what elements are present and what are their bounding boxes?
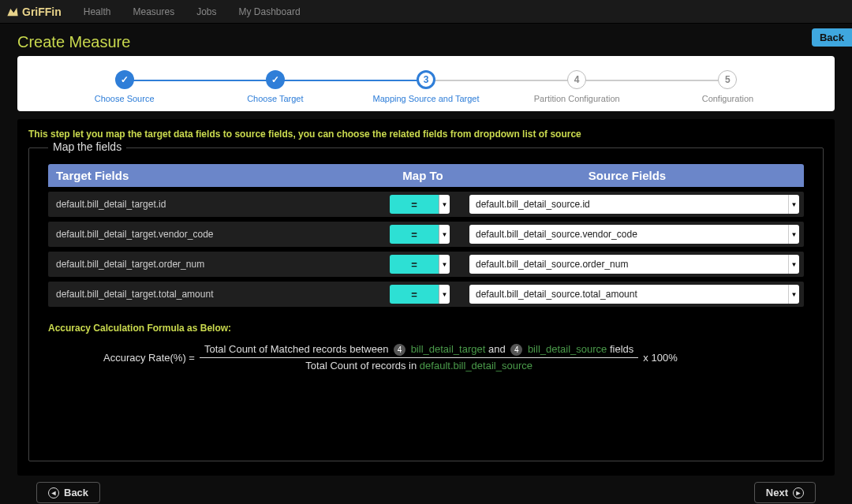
back-pill-button[interactable]: Back: [812, 28, 852, 47]
chevron-down-icon: ▼: [788, 225, 799, 244]
target-field: default.bill_detail_target.id: [53, 199, 384, 210]
step-3-circle: 3: [417, 70, 435, 89]
chevron-down-icon: ▼: [439, 225, 450, 244]
footer-buttons: ◄ Back Next ►: [17, 476, 835, 503]
formula-lhs: Accuracy Rate(%) =: [103, 352, 195, 364]
step-2-circle: ✓: [266, 70, 285, 89]
table-row: default.bill_detail_target.total_amount …: [48, 282, 804, 307]
step-4-label: Partition Configuration: [534, 94, 620, 103]
count-badge: 4: [510, 344, 522, 356]
nav-health[interactable]: Health: [84, 6, 111, 17]
header-map: Map To: [387, 169, 458, 182]
source-select[interactable]: default.bill_detail_source.vendor_code ▼: [469, 225, 799, 244]
stepper: ✓ Choose Source ✓ Choose Target 3 Mappin…: [17, 56, 835, 111]
target-field: default.bill_detail_target.order_num: [53, 259, 384, 270]
next-button[interactable]: Next ►: [754, 482, 816, 503]
table-header: Target Fields Map To Source Fields: [48, 164, 804, 187]
brand: GriFFin: [6, 6, 62, 18]
header-source: Source Fields: [458, 169, 796, 182]
step-3-label: Mapping Source and Target: [373, 94, 480, 103]
nav-measures[interactable]: Measures: [133, 6, 174, 17]
step-4-circle: 4: [567, 70, 586, 89]
nav-dashboard[interactable]: My Dashboard: [239, 6, 301, 17]
operator-select[interactable]: = ▼: [390, 255, 450, 274]
top-nav: GriFFin Health Measures Jobs My Dashboar…: [0, 0, 852, 24]
mapping-panel: This step let you map the target data fi…: [17, 119, 835, 476]
step-5-label: Configuration: [702, 94, 753, 103]
step-1-label: Choose Source: [95, 94, 155, 103]
step-2-label: Choose Target: [247, 94, 303, 103]
target-field: default.bill_detail_target.total_amount: [53, 289, 384, 300]
table-row: default.bill_detail_target.order_num = ▼…: [48, 252, 804, 277]
table-row: default.bill_detail_target.vendor_code =…: [48, 222, 804, 247]
chevron-down-icon: ▼: [439, 255, 450, 274]
table-row: default.bill_detail_target.id = ▼ defaul…: [48, 192, 804, 217]
step-3[interactable]: 3 Mapping Source and Target: [350, 70, 501, 103]
nav-jobs[interactable]: Jobs: [196, 6, 216, 17]
step-5-circle: 5: [718, 70, 737, 89]
operator-select[interactable]: = ▼: [390, 225, 450, 244]
count-badge: 4: [394, 344, 405, 356]
formula: Accuracy Rate(%) = Total Count of Matche…: [48, 342, 804, 373]
header-target: Target Fields: [56, 169, 387, 182]
target-field: default.bill_detail_target.vendor_code: [53, 229, 384, 240]
source-select[interactable]: default.bill_detail_source.id ▼: [469, 195, 799, 214]
griffin-logo-icon: [6, 6, 19, 18]
formula-title: Accuracy Calculation Formula as Below:: [48, 323, 804, 334]
chevron-down-icon: ▼: [439, 195, 450, 214]
step-2[interactable]: ✓ Choose Target: [200, 70, 350, 103]
chevron-down-icon: ▼: [788, 255, 799, 274]
back-button[interactable]: ◄ Back: [36, 482, 100, 503]
arrow-right-icon: ►: [793, 487, 804, 498]
source-select[interactable]: default.bill_detail_source.total_amount …: [469, 285, 799, 304]
chevron-down-icon: ▼: [788, 285, 799, 304]
chevron-down-icon: ▼: [788, 195, 799, 214]
step-4[interactable]: 4 Partition Configuration: [502, 70, 652, 103]
brand-text: GriFFin: [22, 6, 62, 18]
chevron-down-icon: ▼: [439, 285, 450, 304]
fieldset-legend: Map the fields: [48, 140, 126, 153]
step-1[interactable]: ✓ Choose Source: [49, 70, 200, 103]
arrow-left-icon: ◄: [48, 487, 59, 498]
page-title: Create Measure: [17, 33, 835, 51]
operator-select[interactable]: = ▼: [390, 195, 450, 214]
step-1-circle: ✓: [115, 70, 134, 89]
source-select[interactable]: default.bill_detail_source.order_num ▼: [469, 255, 799, 274]
operator-select[interactable]: = ▼: [390, 285, 450, 304]
map-fields-box: Map the fields Target Fields Map To Sour…: [28, 147, 824, 461]
step-5[interactable]: 5 Configuration: [652, 70, 803, 103]
formula-suffix: x 100%: [643, 352, 677, 364]
intro-text: This step let you map the target data fi…: [28, 129, 824, 140]
